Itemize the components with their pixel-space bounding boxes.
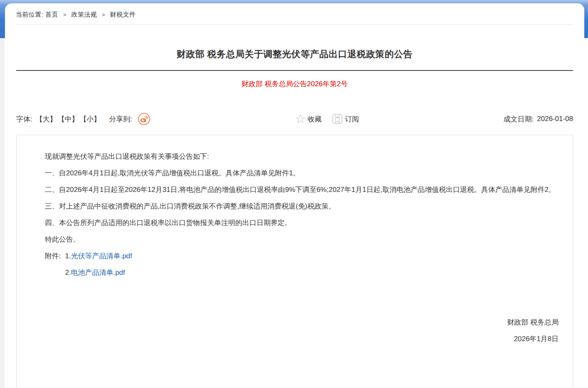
content-panel: 当前位置: 首页 > 政策法规 > 财税文件 财政部 税务总局关于调整光伏等产品…: [5, 3, 584, 388]
issue-date-value: 2026-01-08: [537, 115, 573, 123]
title-divider: [16, 70, 573, 71]
attachment-number: 2.: [65, 269, 71, 276]
font-size-small-button[interactable]: 【小】: [80, 114, 101, 124]
paragraph: 四、本公告所列产品适用的出口退税率以出口货物报关单注明的出口日期界定。: [31, 215, 559, 231]
paragraph: 现就调整光伏等产品出口退税政策有关事项公告如下:: [31, 148, 559, 165]
paragraph: 一、自2026年4月1日起,取消光伏等产品增值税出口退税。具体产品清单见附件1。: [31, 165, 559, 182]
favorite-subscribe-controls: ☆ 收藏 订阅: [295, 113, 359, 125]
article-body: 现就调整光伏等产品出口退税政策有关事项公告如下: 一、自2026年4月1日起,取…: [16, 135, 573, 388]
attachments-label: 附件:: [45, 252, 61, 260]
paragraph: 二、自2026年4月1日起至2026年12月31日,将电池产品的增值税出口退税率…: [31, 182, 559, 198]
attachment-row: 附件:1.光伏等产品清单.pdf: [31, 248, 559, 264]
star-icon: ☆: [295, 113, 306, 125]
signature-block: 财政部 税务总局 2026年1月8日: [31, 314, 559, 347]
subscribe-bookmark-icon: [332, 114, 342, 124]
paragraph: 特此公告。: [31, 231, 559, 248]
document-number: 财政部 税务总局公告2026年第2号: [5, 79, 584, 89]
page-title: 财政部 税务总局关于调整光伏等产品出口退税政策的公告: [16, 48, 573, 61]
attachment-number: 1.: [65, 252, 71, 260]
breadcrumb-separator: >: [102, 12, 105, 18]
breadcrumb-label: 当前位置:: [16, 11, 44, 18]
attachment-link-battery-product-list[interactable]: 电池产品清单.pdf: [71, 269, 125, 276]
favorite-label: 收藏: [307, 114, 322, 124]
breadcrumb-home-link[interactable]: 首页: [45, 11, 58, 18]
breadcrumb-policy-link[interactable]: 政策法规: [71, 11, 97, 18]
signature-agency: 财政部 税务总局: [31, 314, 559, 331]
subscribe-button[interactable]: 订阅: [332, 114, 359, 124]
breadcrumb-separator: >: [63, 12, 66, 18]
article-toolbar: 字体: 【大】 【中】 【小】 分享到: ☆ 收藏: [16, 113, 573, 125]
breadcrumb-tax-docs-link[interactable]: 财税文件: [110, 11, 136, 18]
font-share-controls: 字体: 【大】 【中】 【小】 分享到:: [16, 113, 150, 125]
favorite-button[interactable]: ☆ 收藏: [295, 113, 322, 125]
font-size-medium-button[interactable]: 【中】: [58, 114, 79, 124]
issue-date: 成文日期: 2026-01-08: [503, 114, 573, 124]
font-size-label: 字体:: [16, 114, 32, 124]
breadcrumb: 当前位置: 首页 > 政策法规 > 财税文件: [5, 3, 584, 19]
attachment-link-pv-product-list[interactable]: 光伏等产品清单.pdf: [71, 252, 132, 260]
issue-date-label: 成文日期:: [503, 114, 534, 124]
signature-date: 2026年1月8日: [31, 331, 559, 347]
attachment-row: 附件:2.电池产品清单.pdf: [31, 264, 559, 281]
page-left-gutter: [0, 0, 5, 388]
weibo-share-icon[interactable]: [138, 113, 150, 125]
breadcrumb-divider: [16, 24, 573, 25]
font-size-large-button[interactable]: 【大】: [36, 114, 57, 124]
paragraph: 三、对上述产品中征收消费税的产品,出口消费税政策不作调整,继续适用消费税退(免)…: [31, 198, 559, 215]
share-label: 分享到:: [109, 114, 132, 124]
subscribe-label: 订阅: [345, 114, 359, 124]
